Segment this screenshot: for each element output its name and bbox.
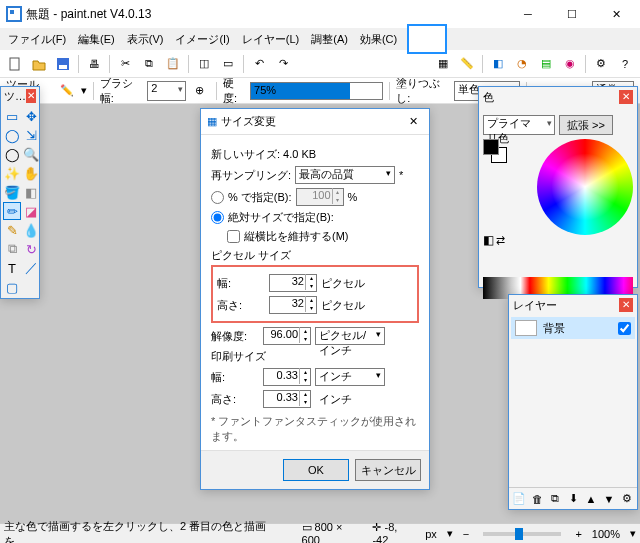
print-button[interactable]: 🖶 xyxy=(83,53,105,75)
crop-button[interactable]: ◫ xyxy=(193,53,215,75)
print-height-unit: インチ xyxy=(319,392,352,407)
print-size-section: 印刷サイズ xyxy=(211,349,419,364)
lasso-tool[interactable]: ◯ xyxy=(3,126,21,144)
width-field[interactable]: 32 xyxy=(269,274,317,292)
layer-name: 背景 xyxy=(543,321,565,336)
colors-toggle[interactable]: ◉ xyxy=(559,53,581,75)
color-swatches[interactable] xyxy=(483,139,509,165)
color-wheel[interactable] xyxy=(537,139,633,235)
percent-field: 100 xyxy=(296,188,344,206)
new-button[interactable] xyxy=(4,53,26,75)
cancel-button[interactable]: キャンセル xyxy=(355,459,421,481)
document-thumbnail[interactable] xyxy=(407,24,447,54)
resampling-footnote: * xyxy=(399,169,403,181)
cut-button[interactable]: ✂ xyxy=(114,53,136,75)
magic-wand-tool[interactable]: ✨ xyxy=(3,164,21,182)
clone-tool[interactable]: ⧉ xyxy=(3,240,21,258)
save-button[interactable] xyxy=(52,53,74,75)
merge-down-button[interactable]: ⬇ xyxy=(565,488,581,510)
undo-button[interactable]: ↶ xyxy=(248,53,270,75)
open-button[interactable] xyxy=(28,53,50,75)
menu-image[interactable]: イメージ(I) xyxy=(169,30,235,49)
expand-button[interactable]: 拡張 >> xyxy=(559,115,613,135)
colors-panel: 色 ✕ プライマリ色 拡張 >> ◧ ⇄ xyxy=(478,86,638,288)
bucket-tool[interactable]: 🪣 xyxy=(3,183,21,201)
rect-select-tool[interactable]: ▭ xyxy=(3,107,21,125)
pan-tool[interactable]: ✋ xyxy=(22,164,40,182)
settings-button[interactable]: ⚙ xyxy=(590,53,612,75)
hardness-label: 硬度: xyxy=(223,76,246,106)
ruler-button[interactable]: 📏 xyxy=(456,53,478,75)
eraser-tool[interactable]: ◪ xyxy=(22,202,40,220)
paste-button[interactable]: 📋 xyxy=(162,53,184,75)
menu-effects[interactable]: 効果(C) xyxy=(354,30,403,49)
move-selection-tool[interactable]: ⇲ xyxy=(22,126,40,144)
line-tool[interactable]: ／ xyxy=(22,259,40,277)
move-up-button[interactable]: ▲ xyxy=(583,488,599,510)
layers-panel-close[interactable]: ✕ xyxy=(619,298,633,312)
colors-panel-close[interactable]: ✕ xyxy=(619,90,633,104)
pencil-tool[interactable]: ✎ xyxy=(3,221,21,239)
add-layer-button[interactable]: 📄 xyxy=(511,488,527,510)
statusbar: 主な色で描画するを左クリックし、2 番目の色と描画を。 ▭ 800 × 600 … xyxy=(0,523,640,543)
brush-tool[interactable]: ✏ xyxy=(3,202,21,220)
zoom-slider[interactable] xyxy=(483,532,561,536)
redo-button[interactable]: ↷ xyxy=(272,53,294,75)
zoom-out-button[interactable]: − xyxy=(463,528,469,540)
close-button[interactable]: ✕ xyxy=(594,0,638,28)
layer-visible-checkbox[interactable] xyxy=(618,322,631,335)
duplicate-layer-button[interactable]: ⧉ xyxy=(547,488,563,510)
tool-dropdown-arrow[interactable]: ▾ xyxy=(81,84,87,97)
swap-colors-icon[interactable]: ⇄ xyxy=(496,234,505,247)
hardness-slider[interactable]: 75% xyxy=(250,82,383,100)
recolor-tool[interactable]: ↻ xyxy=(22,240,40,258)
shapes-tool[interactable]: ▢ xyxy=(3,278,21,296)
deselect-button[interactable]: ▭ xyxy=(217,53,239,75)
print-width-unit-combo[interactable]: インチ xyxy=(315,368,385,386)
color-picker-tool[interactable]: 💧 xyxy=(22,221,40,239)
height-field[interactable]: 32 xyxy=(269,296,317,314)
move-tool[interactable]: ✥ xyxy=(22,107,40,125)
resolution-unit-combo[interactable]: ピクセル/インチ xyxy=(315,327,385,345)
gradient-tool[interactable]: ◧ xyxy=(22,183,40,201)
brush-width-field[interactable]: 2 xyxy=(147,81,185,101)
minimize-button[interactable]: ─ xyxy=(506,0,550,28)
menu-adjust[interactable]: 調整(A) xyxy=(305,30,354,49)
ellipse-select-tool[interactable]: ◯ xyxy=(3,145,21,163)
dialog-close-button[interactable]: ✕ xyxy=(403,115,423,128)
menu-edit[interactable]: 編集(E) xyxy=(72,30,121,49)
text-tool[interactable]: T xyxy=(3,259,21,277)
menu-file[interactable]: ファイル(F) xyxy=(2,30,72,49)
delete-layer-button[interactable]: 🗑 xyxy=(529,488,545,510)
resolution-field[interactable]: 96.00 xyxy=(263,327,311,345)
tools-toggle[interactable]: ◧ xyxy=(487,53,509,75)
unit-select[interactable]: px xyxy=(425,528,437,540)
by-absolute-radio[interactable] xyxy=(211,211,224,224)
maintain-aspect-checkbox[interactable] xyxy=(227,230,240,243)
by-percent-radio[interactable] xyxy=(211,191,224,204)
menu-view[interactable]: 表示(V) xyxy=(121,30,170,49)
resampling-combo[interactable]: 最高の品質 xyxy=(295,166,395,184)
ok-button[interactable]: OK xyxy=(283,459,349,481)
zoom-tool[interactable]: 🔍 xyxy=(22,145,40,163)
maximize-button[interactable]: ☐ xyxy=(550,0,594,28)
copy-button[interactable]: ⧉ xyxy=(138,53,160,75)
layer-row[interactable]: 背景 xyxy=(511,317,635,339)
help-button[interactable]: ? xyxy=(614,53,636,75)
print-width-field[interactable]: 0.33 xyxy=(263,368,311,386)
primary-color-combo[interactable]: プライマリ色 xyxy=(483,115,555,135)
zoom-in-button[interactable]: + xyxy=(575,528,581,540)
history-toggle[interactable]: ◔ xyxy=(511,53,533,75)
brush-bigger-button[interactable]: ⊕ xyxy=(190,80,210,102)
primary-color-swatch[interactable] xyxy=(483,139,499,155)
tools-panel-close[interactable]: ✕ xyxy=(26,89,36,103)
menu-layers[interactable]: レイヤー(L) xyxy=(236,30,305,49)
print-height-field[interactable]: 0.33 xyxy=(263,390,311,408)
by-absolute-label: 絶対サイズで指定(B): xyxy=(228,210,334,225)
active-tool-icon[interactable]: ✏️ xyxy=(56,80,76,102)
grid-button[interactable]: ▦ xyxy=(432,53,454,75)
layers-toggle[interactable]: ▤ xyxy=(535,53,557,75)
bw-reset-icon[interactable]: ◧ xyxy=(483,233,494,247)
move-down-button[interactable]: ▼ xyxy=(601,488,617,510)
layer-props-button[interactable]: ⚙ xyxy=(619,488,635,510)
